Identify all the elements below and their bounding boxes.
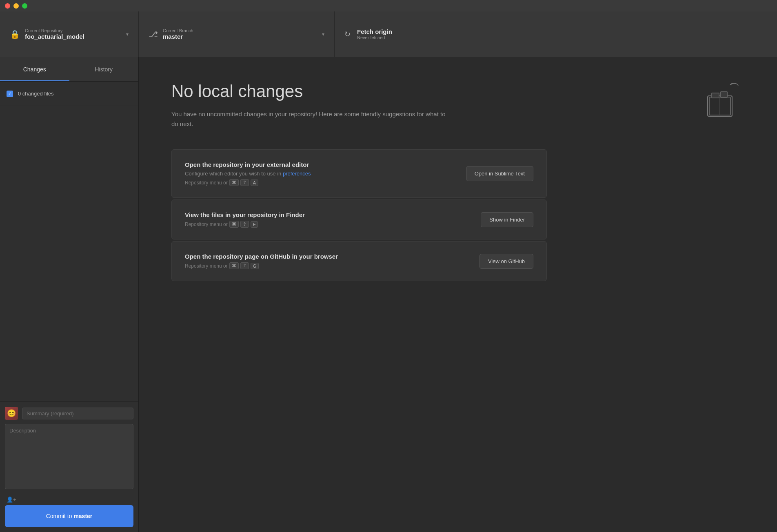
- repo-chevron-icon: ▾: [126, 31, 129, 37]
- current-branch-section[interactable]: ⎇ Current Branch master ▾: [139, 11, 335, 57]
- shortcut-key-cmd-3: ⌘: [229, 262, 239, 269]
- main-content: No local changes You have no uncommitted…: [139, 57, 777, 532]
- action-card-github-info: Open the repository page on GitHub in yo…: [185, 253, 466, 269]
- show-in-finder-button[interactable]: Show in Finder: [481, 212, 533, 227]
- toolbar: 🔒 Current Repository foo_actuarial_model…: [0, 11, 777, 57]
- shortcut-key-shift-2: ⇧: [240, 221, 249, 228]
- sidebar-tabs: Changes History: [0, 57, 138, 82]
- changed-files-count: 0 changed files: [18, 91, 53, 97]
- fetch-text: Fetch origin Never fetched: [357, 28, 392, 40]
- minimize-button[interactable]: [13, 3, 19, 9]
- shortcut-key-shift-3: ⇧: [240, 262, 249, 269]
- close-button[interactable]: [5, 3, 10, 9]
- commit-summary-row: 😊: [5, 407, 133, 420]
- shortcut-key-f: F: [251, 221, 258, 228]
- titlebar: [0, 0, 777, 11]
- shortcut-key-cmd-2: ⌘: [229, 221, 239, 228]
- action-card-finder-title: View the files in your repository in Fin…: [185, 211, 468, 218]
- illustration: [691, 78, 744, 122]
- action-card-editor-desc: Configure which editor you wish to use i…: [185, 171, 453, 177]
- view-on-github-button[interactable]: View on GitHub: [480, 254, 533, 269]
- action-card-finder-shortcut: Repository menu or ⌘ ⇧ F: [185, 221, 468, 228]
- sidebar: Changes History ✓ 0 changed files 😊 👤+ C…: [0, 57, 139, 532]
- action-card-finder: View the files in your repository in Fin…: [171, 200, 547, 239]
- sidebar-spacer: [0, 106, 138, 401]
- avatar: 😊: [5, 407, 18, 420]
- action-card-finder-info: View the files in your repository in Fin…: [185, 211, 468, 228]
- sync-icon: ↻: [344, 30, 351, 39]
- branch-label: Current Branch: [163, 28, 193, 33]
- add-coauthor-icon: 👤+: [7, 497, 16, 503]
- svg-rect-4: [721, 92, 727, 98]
- changed-files-row: ✓ 0 changed files: [0, 82, 138, 106]
- maximize-button[interactable]: [22, 3, 27, 9]
- check-icon: ✓: [8, 91, 11, 96]
- shortcut-key-cmd: ⌘: [229, 179, 239, 186]
- repo-label: Current Repository: [25, 28, 84, 33]
- action-card-github: Open the repository page on GitHub in yo…: [171, 241, 547, 281]
- branch-value: master: [163, 33, 193, 40]
- branch-icon: ⎇: [149, 29, 158, 39]
- shortcut-key-a: A: [251, 180, 258, 186]
- open-in-editor-button[interactable]: Open in Sublime Text: [466, 166, 533, 181]
- shortcut-key-shift: ⇧: [240, 179, 249, 186]
- action-card-github-shortcut: Repository menu or ⌘ ⇧ G: [185, 262, 466, 269]
- commit-button[interactable]: Commit to master: [5, 505, 133, 527]
- no-changes-heading: No local changes: [171, 82, 744, 101]
- action-card-editor-info: Open the repository in your external edi…: [185, 161, 453, 186]
- lock-icon: 🔒: [10, 29, 20, 39]
- tab-changes[interactable]: Changes: [0, 57, 69, 81]
- action-cards: Open the repository in your external edi…: [171, 149, 547, 282]
- description-input[interactable]: [5, 424, 133, 489]
- commit-area: 😊 👤+ Commit to master: [0, 401, 138, 532]
- preferences-link[interactable]: preferences: [283, 171, 311, 177]
- action-card-editor-shortcut: Repository menu or ⌘ ⇧ A: [185, 179, 453, 186]
- current-repository-section[interactable]: 🔒 Current Repository foo_actuarial_model…: [0, 11, 139, 57]
- fetch-label: Fetch origin: [357, 28, 392, 35]
- shortcut-key-g: G: [251, 263, 259, 269]
- action-card-github-title: Open the repository page on GitHub in yo…: [185, 253, 466, 260]
- svg-rect-3: [712, 93, 719, 98]
- action-card-editor-title: Open the repository in your external edi…: [185, 161, 453, 168]
- branch-text: Current Branch master: [163, 28, 193, 40]
- tab-history[interactable]: History: [69, 57, 139, 81]
- co-authors-row[interactable]: 👤+: [5, 494, 133, 505]
- avatar-image: 😊: [5, 407, 18, 420]
- fetch-origin-section[interactable]: ↻ Fetch origin Never fetched: [335, 11, 531, 57]
- summary-input[interactable]: [22, 408, 133, 419]
- action-card-editor: Open the repository in your external edi…: [171, 149, 547, 198]
- branch-chevron-icon: ▾: [322, 31, 324, 37]
- repo-text: Current Repository foo_actuarial_model: [25, 28, 84, 40]
- select-all-checkbox[interactable]: ✓: [7, 91, 13, 97]
- fetch-sublabel: Never fetched: [357, 35, 392, 40]
- no-changes-description: You have no uncommitted changes in your …: [171, 109, 449, 129]
- repo-value: foo_actuarial_model: [25, 33, 84, 40]
